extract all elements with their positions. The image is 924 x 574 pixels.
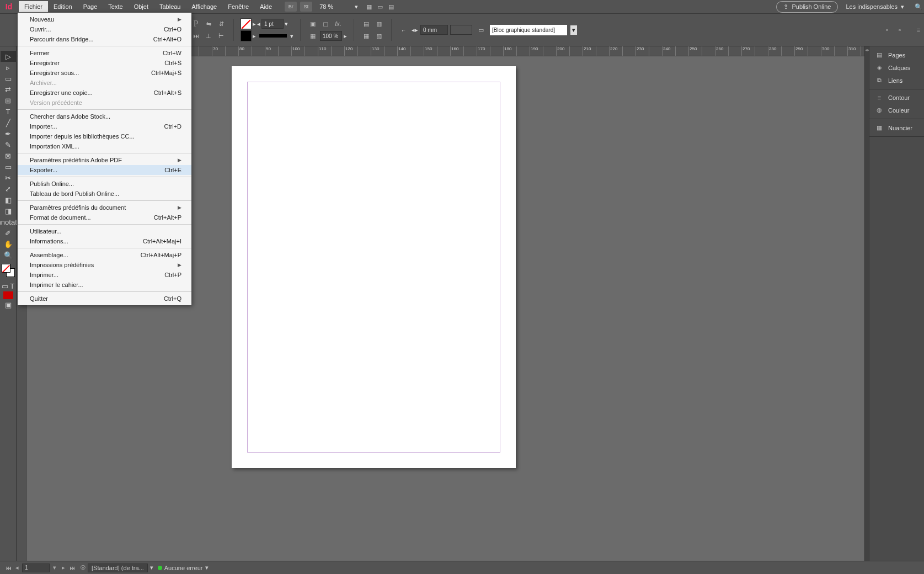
arrange-button[interactable]: ▤ <box>386 1 397 12</box>
apply-color-icon[interactable] <box>3 291 13 299</box>
overlay-icon[interactable]: ▭ <box>476 24 487 35</box>
free-transform-tool[interactable]: ⤢ <box>1 183 16 194</box>
eyedropper-tool[interactable]: ✐ <box>1 227 16 238</box>
panel-liens[interactable]: ⧉Liens <box>869 74 924 87</box>
fill-swatch[interactable] <box>241 18 252 29</box>
publish-online-button[interactable]: ⇪ Publish Online <box>776 1 838 13</box>
search-icon[interactable]: 🔍 <box>913 1 924 12</box>
wrap-around-icon[interactable]: ▥ <box>373 18 384 29</box>
content-collector-tool[interactable]: ⊞ <box>1 95 16 106</box>
apply-fill-toggle[interactable]: ▭ T <box>1 280 16 291</box>
gradient-feather-tool[interactable]: ◨ <box>1 205 16 216</box>
menu-item-enregistrer[interactable]: EnregistrerCtrl+S <box>18 58 191 68</box>
page-tool[interactable]: ▭ <box>1 73 16 84</box>
fill-stroke-swatch[interactable] <box>2 264 15 277</box>
menu-item-quitter[interactable]: QuitterCtrl+Q <box>18 294 191 304</box>
bridge-button[interactable]: Br <box>285 2 297 12</box>
mini-icon-2[interactable]: ▫ <box>894 24 905 35</box>
menu-affichage[interactable]: Affichage <box>186 1 223 12</box>
menu-item-importer-[interactable]: Importer...Ctrl+D <box>18 121 191 131</box>
flip-v-icon[interactable]: ⇵ <box>216 18 227 29</box>
gap-tool[interactable]: ⇄ <box>1 84 16 95</box>
preflight-status-label[interactable]: Aucune erreur <box>164 565 203 571</box>
menu-item-enregistrer-une-copie-[interactable]: Enregistrer une copie...Ctrl+Alt+S <box>18 88 191 98</box>
menu-item-importer-depuis-les-biblioth-ques-cc-[interactable]: Importer depuis les bibliothèques CC... <box>18 131 191 141</box>
zoom-value[interactable]: 78 % <box>319 3 352 10</box>
wrap-jump-icon[interactable]: ▦ <box>361 30 372 41</box>
menu-item-nouveau[interactable]: Nouveau▶ <box>18 14 191 24</box>
rectangle-frame-tool[interactable]: ⊠ <box>1 150 16 161</box>
chevron-icon[interactable]: ◂▸ <box>412 26 418 34</box>
stroke-weight-field[interactable]: 1 pt <box>261 19 284 29</box>
wrap-none-icon[interactable]: ▤ <box>361 18 372 29</box>
screen-mode-button[interactable]: ▭ <box>375 1 386 12</box>
align-v-icon[interactable]: ⊥ <box>203 30 214 41</box>
menu-edition[interactable]: Edition <box>48 1 78 12</box>
menu-item-publish-online-[interactable]: Publish Online... <box>18 179 191 189</box>
panel-couleur[interactable]: ◍Couleur <box>869 104 924 116</box>
menu-item-fermer[interactable]: FermerCtrl+W <box>18 48 191 58</box>
menu-fenêtre[interactable]: Fenêtre <box>222 1 254 12</box>
corner-radius-field[interactable]: 0 mm <box>420 25 448 35</box>
document-page[interactable] <box>232 66 516 468</box>
panel-contour[interactable]: ≡Contour <box>869 92 924 104</box>
menu-item-format-de-document-[interactable]: Format de document...Ctrl+Alt+P <box>18 212 191 222</box>
scale-pct-field[interactable]: 100 % <box>320 31 342 41</box>
object-style-select[interactable]: [Bloc graphique standard] <box>490 25 567 35</box>
fit-frame-icon[interactable]: ▢ <box>320 18 331 29</box>
chevron-right-icon[interactable]: ▸ <box>253 20 256 28</box>
prev-page-button[interactable]: ◂ <box>13 564 21 571</box>
menu-aide[interactable]: Aide <box>254 1 277 12</box>
scissors-tool[interactable]: ✂ <box>1 172 16 183</box>
last-icon[interactable]: ⏭ <box>190 30 201 41</box>
line-tool[interactable]: ╱ <box>1 117 16 128</box>
fit-content-icon[interactable]: ▣ <box>307 18 318 29</box>
gradient-swatch-tool[interactable]: ◧ <box>1 194 16 205</box>
chevron-down-icon[interactable]: ▾ <box>355 3 358 10</box>
menu-tableau[interactable]: Tableau <box>154 1 186 12</box>
fx-icon[interactable]: fx. <box>333 18 344 29</box>
type-tool[interactable]: T <box>1 106 16 117</box>
menu-item-param-tres-pr-d-finis-du-document[interactable]: Paramètres prédéfinis du document▶ <box>18 203 191 212</box>
next-page-button[interactable]: ▸ <box>60 564 67 571</box>
align-h-icon[interactable]: ⊢ <box>216 30 227 41</box>
page-number-input[interactable] <box>22 564 50 572</box>
stroke-swatch[interactable] <box>241 30 252 41</box>
zoom-tool[interactable]: 🔍 <box>1 249 16 261</box>
mini-icon-1[interactable]: ▫ <box>882 24 893 35</box>
flip-h-icon[interactable]: ⇋ <box>203 18 214 29</box>
last-page-button[interactable]: ⏭ <box>68 565 76 571</box>
chevron-down-icon[interactable]: ▾ <box>205 564 209 571</box>
pen-tool[interactable]: ✒ <box>1 128 16 139</box>
selection-tool[interactable]: ▷ <box>1 51 16 62</box>
menu-item-param-tres-pr-d-finis-adobe-pdf[interactable]: Paramètres prédéfinis Adobe PDF▶ <box>18 155 191 165</box>
note-tool[interactable]: �annotations <box>1 216 16 227</box>
menu-item-exporter-[interactable]: Exporter...Ctrl+E <box>18 165 191 175</box>
direct-selection-tool[interactable]: ▹ <box>1 62 16 73</box>
panel-collapse-strip[interactable]: ◂▸ <box>864 46 869 561</box>
menu-item-imprimer-[interactable]: Imprimer...Ctrl+P <box>18 270 191 280</box>
auto-fit-icon[interactable]: ▦ <box>307 30 318 41</box>
chevron-down-icon[interactable]: ▾ <box>285 20 288 28</box>
stock-button[interactable]: St <box>300 2 312 12</box>
corner-shape-field[interactable] <box>450 25 472 35</box>
chevron-right-icon[interactable]: ▸ <box>253 33 256 40</box>
panel-nuancier[interactable]: ▦Nuancier <box>869 121 924 134</box>
panel-pages[interactable]: ▤Pages <box>869 49 924 61</box>
menu-item-assemblage-[interactable]: Assemblage...Ctrl+Alt+Maj+P <box>18 250 191 260</box>
workspace-switcher[interactable]: Les indispensables ▾ <box>846 3 904 10</box>
menu-texte[interactable]: Texte <box>103 1 128 12</box>
first-page-button[interactable]: ⏮ <box>4 565 12 571</box>
rectangle-tool[interactable]: ▭ <box>1 161 16 172</box>
chevron-down-icon[interactable]: ▾ <box>290 33 293 40</box>
view-mode-button[interactable]: ▦ <box>364 1 375 12</box>
chevron-right-icon[interactable]: ▸ <box>344 33 347 40</box>
chevron-left-icon[interactable]: ◂ <box>257 20 260 28</box>
menu-item-enregistrer-sous-[interactable]: Enregistrer sous...Ctrl+Maj+S <box>18 68 191 78</box>
menu-item-impressions-pr-d-finies[interactable]: Impressions prédéfinies▶ <box>18 260 191 270</box>
panel-menu-icon[interactable]: ≡ <box>913 24 924 35</box>
chevron-down-icon[interactable]: ▾ <box>570 25 577 35</box>
menu-objet[interactable]: Objet <box>129 1 154 12</box>
preflight-profile[interactable]: [Standard] (de tra... <box>88 564 148 572</box>
menu-page[interactable]: Page <box>78 1 103 12</box>
